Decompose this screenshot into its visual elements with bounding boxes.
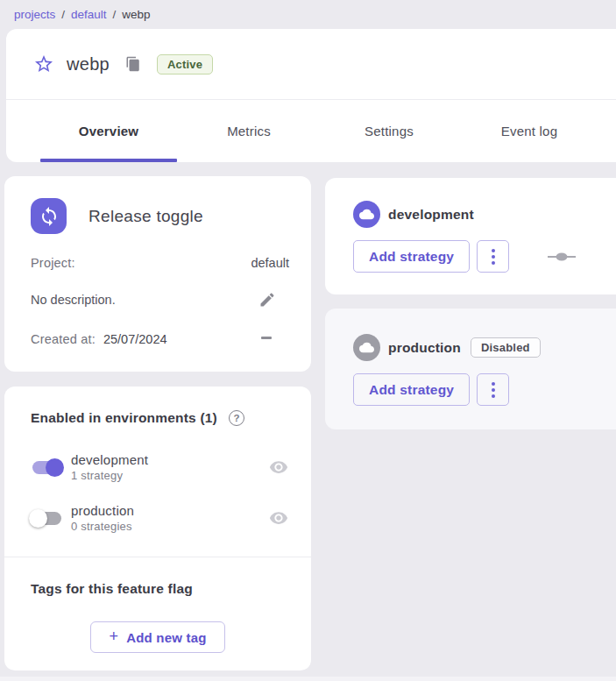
environment-panel-name: development: [388, 207, 474, 223]
visibility-button[interactable]: [268, 507, 289, 528]
environment-labels: production 0 strategies: [71, 503, 134, 533]
favorite-button[interactable]: [33, 53, 54, 74]
add-strategy-button[interactable]: Add strategy: [353, 373, 470, 406]
breadcrumb-projects[interactable]: projects: [14, 8, 55, 21]
cloud-icon: [359, 207, 374, 222]
eye-icon: [269, 508, 288, 528]
production-strategy-panel: production Disabled Add strategy: [325, 309, 616, 429]
more-actions-button[interactable]: [477, 373, 509, 406]
last-seen-dash-icon: [261, 337, 272, 339]
flag-type-header: Release toggle: [31, 198, 203, 234]
copy-icon: [125, 56, 141, 72]
created-value: 25/07/2024: [103, 332, 167, 346]
project-value: default: [251, 256, 289, 270]
release-toggle-icon-box: [31, 198, 67, 234]
project-label: Project:: [31, 256, 75, 270]
active-tab-underline: [40, 159, 177, 162]
description-text: No description.: [31, 293, 116, 307]
environment-cloud-badge: [353, 201, 380, 228]
status-badge: Active: [157, 54, 213, 74]
more-actions-button[interactable]: [477, 240, 509, 273]
tab-label: Metrics: [227, 124, 271, 138]
star-outline-icon: [33, 53, 54, 74]
tab-label: Event log: [501, 124, 557, 138]
environment-row-production: production 0 strategies: [29, 499, 289, 537]
plus-icon: +: [109, 628, 118, 646]
environments-title: Enabled in environments (1): [31, 410, 217, 426]
disabled-badge: Disabled: [471, 337, 541, 358]
kebab-icon: [492, 261, 495, 265]
toggle-thumb: [46, 458, 64, 477]
tab-label: Overview: [79, 124, 138, 138]
tab-metrics[interactable]: Metrics: [179, 100, 319, 162]
tab-event-log[interactable]: Event log: [459, 100, 599, 162]
development-strategy-panel: development Add strategy: [325, 178, 616, 294]
feature-header-card: webp Active Overview Metrics Settings Ev…: [6, 29, 616, 162]
environments-title-row: Enabled in environments (1) ?: [31, 410, 244, 426]
project-row: Project: default: [31, 256, 289, 270]
environments-card: Enabled in environments (1) ? developmen…: [4, 387, 311, 670]
environment-name: development: [71, 452, 148, 467]
tab-overview[interactable]: Overview: [39, 100, 179, 162]
production-panel-header: production Disabled: [353, 334, 541, 361]
environment-strategy-count: 1 strategy: [71, 469, 148, 482]
tab-bar: Overview Metrics Settings Event log: [6, 100, 616, 162]
tab-label: Settings: [365, 124, 414, 138]
environment-cloud-badge: [353, 334, 380, 361]
pencil-icon: [258, 291, 276, 309]
edit-description-button[interactable]: [258, 290, 277, 309]
tab-settings[interactable]: Settings: [319, 100, 459, 162]
help-icon[interactable]: ?: [229, 410, 244, 426]
loop-refresh-icon: [39, 206, 60, 227]
breadcrumb-current: webp: [122, 8, 150, 21]
environment-row-development: development 1 strategy: [29, 448, 289, 486]
created-label: Created at:: [31, 332, 96, 346]
copy-name-button[interactable]: [124, 55, 142, 73]
kebab-icon: [492, 249, 495, 252]
environment-panel-name: production: [388, 340, 461, 356]
eye-icon: [269, 458, 288, 477]
development-panel-header: development: [353, 201, 474, 228]
breadcrumb-default[interactable]: default: [71, 8, 107, 21]
add-strategy-button[interactable]: Add strategy: [353, 240, 470, 273]
development-toggle[interactable]: [29, 458, 65, 477]
environment-name: production: [71, 503, 134, 518]
flag-details-card: Release toggle Project: default No descr…: [4, 176, 311, 372]
development-panel-actions: Add strategy: [353, 240, 576, 273]
cloud-icon: [359, 340, 374, 355]
production-panel-actions: Add strategy: [353, 373, 509, 406]
kebab-icon: [492, 394, 495, 398]
production-toggle[interactable]: [29, 508, 65, 528]
flag-type-title: Release toggle: [89, 207, 203, 226]
add-new-tag-label: Add new tag: [126, 630, 206, 645]
kebab-icon: [492, 382, 495, 386]
environment-strategy-count: 0 strategies: [71, 520, 134, 533]
kebab-icon: [492, 255, 495, 259]
created-row: Created at: 25/07/2024: [31, 332, 289, 346]
toggle-thumb: [29, 509, 47, 528]
page-title: webp: [67, 54, 110, 74]
created-group: Created at: 25/07/2024: [31, 332, 167, 346]
feature-title-row: webp Active: [6, 29, 616, 99]
kebab-icon: [492, 388, 495, 392]
environment-labels: development 1 strategy: [71, 452, 148, 482]
breadcrumb-separator: /: [61, 8, 65, 21]
card-divider: [4, 557, 311, 557]
page-bottom-strip: [0, 677, 616, 681]
add-new-tag-button[interactable]: + Add new tag: [90, 621, 225, 653]
description-row: No description.: [31, 290, 289, 309]
breadcrumb: projects / default / webp: [14, 0, 151, 29]
visibility-button[interactable]: [268, 457, 289, 478]
never-seen-connection-icon: [548, 252, 576, 261]
breadcrumb-separator: /: [113, 8, 117, 21]
tags-title: Tags for this feature flag: [31, 581, 193, 597]
